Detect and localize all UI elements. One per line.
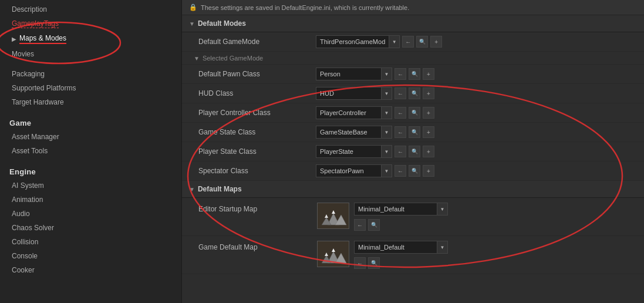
default-modes-section: ▼ Default Modes Default GameMode ThirdPe… [182, 15, 644, 181]
default-gamemode-value: ThirdPersonGameMod [316, 38, 389, 45]
search-button[interactable]: 🔍 [409, 126, 420, 138]
dropdown-arrow-icon[interactable]: ▼ [437, 241, 447, 253]
add-button[interactable]: + [430, 36, 442, 48]
search-button[interactable]: 🔍 [368, 257, 380, 269]
spectator-control: SpectatorPawn ▼ ← 🔍 + [316, 164, 637, 177]
editor-startup-dropdown[interactable]: Minimal_Default ▼ [354, 203, 448, 216]
subsection-arrow-icon: ▼ [194, 55, 200, 62]
game-state-dropdown[interactable]: GameStateBase ▼ [316, 126, 392, 139]
sidebar-item-target-hardware[interactable]: Target Hardware [0, 95, 181, 109]
sidebar-item-ai-system[interactable]: AI System [0, 179, 181, 193]
default-gamemode-row: Default GameMode ThirdPersonGameMod ▼ ← … [182, 32, 644, 52]
search-button[interactable]: 🔍 [409, 107, 420, 119]
editor-startup-label: Editor Startup Map [198, 203, 311, 213]
add-button[interactable]: + [423, 107, 434, 119]
editor-startup-thumbnail [317, 203, 349, 229]
sidebar-item-audio[interactable]: Audio [0, 207, 181, 221]
add-button[interactable]: + [423, 146, 434, 157]
dropdown-arrow-icon[interactable]: ▼ [381, 165, 392, 177]
sidebar-item-label: Maps & Modes [19, 34, 66, 44]
sidebar-item-maps-modes[interactable]: ▶ Maps & Modes [0, 31, 181, 47]
sidebar-item-label: Description [12, 5, 47, 14]
add-button[interactable]: + [423, 68, 434, 80]
dropdown-arrow-icon[interactable]: ▼ [381, 126, 392, 138]
editor-startup-map-row: Editor Startup Map Minimal_Default [182, 198, 644, 236]
player-controller-control: PlayerController ▼ ← 🔍 + [316, 106, 637, 119]
player-state-control: PlayerState ▼ ← 🔍 + [316, 145, 637, 158]
sidebar: Description GameplayTags ▶ Maps & Modes … [0, 0, 182, 303]
sidebar-item-gameplaytags[interactable]: GameplayTags [0, 16, 181, 31]
default-modes-header: ▼ Default Modes [182, 15, 644, 32]
selected-gamemode-label: ▼ Selected GameMode [182, 52, 644, 65]
player-controller-value: PlayerController [316, 109, 381, 116]
reset-button[interactable]: ← [354, 219, 366, 231]
sidebar-item-collision[interactable]: Collision [0, 235, 181, 249]
sidebar-item-description[interactable]: Description [0, 2, 181, 16]
search-button[interactable]: 🔍 [409, 68, 420, 80]
engine-section-header: Engine [0, 161, 181, 179]
sidebar-item-label: Packaging [12, 70, 45, 78]
dropdown-arrow-icon[interactable]: ▼ [381, 146, 392, 157]
main-content: 🔒 These settings are saved in DefaultEng… [182, 0, 644, 303]
player-controller-dropdown[interactable]: PlayerController ▼ [316, 106, 392, 119]
reset-button[interactable]: ← [395, 146, 406, 157]
sidebar-item-asset-manager[interactable]: Asset Manager [0, 130, 181, 144]
spectator-label: Spectator Class [198, 167, 316, 175]
add-button[interactable]: + [423, 165, 434, 177]
sidebar-item-label: Chaos Solver [12, 224, 54, 232]
add-button[interactable]: + [423, 126, 434, 138]
dropdown-arrow-icon[interactable]: ▼ [389, 36, 399, 48]
reset-button[interactable]: ← [395, 87, 406, 99]
search-button[interactable]: 🔍 [409, 165, 420, 177]
reset-button[interactable]: ← [395, 107, 406, 119]
player-state-dropdown[interactable]: PlayerState ▼ [316, 145, 392, 158]
game-section-header: Game [0, 113, 181, 130]
default-gamemode-dropdown[interactable]: ThirdPersonGameMod ▼ [316, 35, 400, 48]
sidebar-item-supported-platforms[interactable]: Supported Platforms [0, 81, 181, 95]
dropdown-arrow-icon[interactable]: ▼ [381, 87, 392, 99]
dropdown-arrow-icon[interactable]: ▼ [381, 107, 392, 119]
sidebar-item-asset-tools[interactable]: Asset Tools [0, 144, 181, 158]
sidebar-item-label: GameplayTags [12, 19, 59, 28]
expand-arrow-icon: ▶ [12, 36, 16, 42]
hud-class-dropdown[interactable]: HUD ▼ [316, 87, 392, 100]
default-pawn-value: Person [316, 70, 381, 78]
spectator-dropdown[interactable]: SpectatorPawn ▼ [316, 164, 392, 177]
game-default-value: Minimal_Default [355, 244, 437, 251]
reset-button[interactable]: ← [395, 165, 406, 177]
sidebar-item-packaging[interactable]: Packaging [0, 67, 181, 81]
player-controller-label: Player Controller Class [198, 109, 316, 117]
default-pawn-dropdown[interactable]: Person ▼ [316, 68, 392, 80]
game-state-value: GameStateBase [316, 129, 381, 136]
sidebar-item-animation[interactable]: Animation [0, 193, 181, 207]
sidebar-item-movies[interactable]: Movies [0, 47, 181, 61]
search-button[interactable]: 🔍 [409, 146, 420, 157]
game-default-dropdown[interactable]: Minimal_Default ▼ [354, 241, 448, 254]
spectator-row: Spectator Class SpectatorPawn ▼ ← 🔍 + [182, 161, 644, 181]
player-controller-row: Player Controller Class PlayerController… [182, 103, 644, 123]
add-button[interactable]: + [423, 87, 434, 99]
reset-button[interactable]: ← [402, 36, 414, 48]
sidebar-item-cooker[interactable]: Cooker [0, 263, 181, 277]
search-button[interactable]: 🔍 [368, 219, 380, 231]
dropdown-arrow-icon[interactable]: ▼ [381, 68, 392, 80]
editor-startup-control: Minimal_Default ▼ ← 🔍 [317, 203, 448, 231]
default-maps-header: ▼ Default Maps [182, 181, 644, 198]
hud-class-control: HUD ▼ ← 🔍 + [316, 87, 637, 100]
sidebar-item-label: Animation [12, 196, 43, 204]
sidebar-item-label: Asset Tools [12, 147, 48, 155]
sidebar-item-chaos-solver[interactable]: Chaos Solver [0, 221, 181, 235]
reset-button[interactable]: ← [354, 257, 366, 269]
sidebar-item-console[interactable]: Console [0, 249, 181, 263]
default-gamemode-control: ThirdPersonGameMod ▼ ← 🔍 + [316, 35, 637, 48]
game-default-dropdown-area: Minimal_Default ▼ ← 🔍 [354, 241, 448, 269]
dropdown-arrow-icon[interactable]: ▼ [437, 203, 447, 215]
search-button[interactable]: 🔍 [416, 36, 428, 48]
sidebar-item-label: Supported Platforms [12, 84, 76, 92]
player-state-row: Player State Class PlayerState ▼ ← 🔍 + [182, 142, 644, 161]
search-button[interactable]: 🔍 [409, 87, 420, 99]
reset-button[interactable]: ← [395, 68, 406, 80]
reset-button[interactable]: ← [395, 126, 406, 138]
editor-startup-value: Minimal_Default [355, 206, 437, 213]
game-default-map-row: Game Default Map Minimal_Default [182, 236, 644, 274]
